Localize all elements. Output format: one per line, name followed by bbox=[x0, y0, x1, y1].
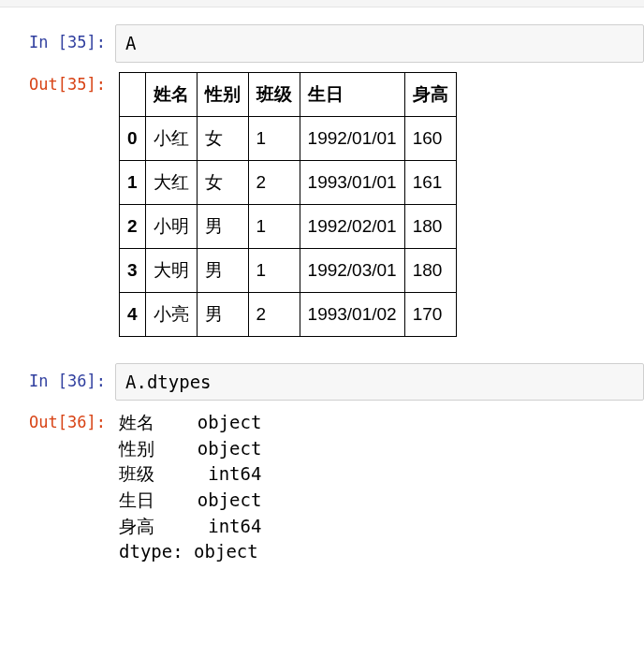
table-cell: 女 bbox=[197, 116, 248, 160]
table-cell: 大明 bbox=[145, 248, 197, 292]
table-row: 4小亮男21993/01/02170 bbox=[120, 292, 457, 336]
index-header bbox=[120, 72, 146, 116]
table-cell: 男 bbox=[197, 204, 248, 248]
row-index: 1 bbox=[120, 160, 146, 204]
table-cell: 1993/01/01 bbox=[300, 160, 404, 204]
dataframe-header-row: 姓名 性别 班级 生日 身高 bbox=[120, 72, 457, 116]
cell-2-output: Out[36]: 姓名 object 性别 object 班级 int64 生日… bbox=[0, 404, 644, 564]
table-cell: 2 bbox=[248, 292, 300, 336]
out-prompt-2: Out[36]: bbox=[0, 404, 115, 564]
cell-1-input: In [35]: A bbox=[0, 24, 644, 63]
table-cell: 1992/01/01 bbox=[300, 116, 404, 160]
table-row: 1大红女21993/01/01161 bbox=[120, 160, 457, 204]
row-index: 4 bbox=[120, 292, 146, 336]
in-prompt-2: In [36]: bbox=[0, 363, 115, 402]
row-index: 3 bbox=[120, 248, 146, 292]
table-cell: 小亮 bbox=[145, 292, 197, 336]
out-prompt-1: Out[35]: bbox=[0, 66, 115, 337]
table-cell: 女 bbox=[197, 160, 248, 204]
table-cell: 小明 bbox=[145, 204, 197, 248]
table-cell: 1992/02/01 bbox=[300, 204, 404, 248]
table-cell: 大红 bbox=[145, 160, 197, 204]
in-prompt-1: In [35]: bbox=[0, 24, 115, 63]
cell-2-input: In [36]: A.dtypes bbox=[0, 363, 644, 402]
table-row: 2小明男11992/02/01180 bbox=[120, 204, 457, 248]
output-area-1: 姓名 性别 班级 生日 身高 0小红女11992/01/011601大红女219… bbox=[115, 66, 644, 337]
table-cell: 1 bbox=[248, 248, 300, 292]
row-index: 2 bbox=[120, 204, 146, 248]
code-input-2[interactable]: A.dtypes bbox=[115, 363, 644, 402]
table-cell: 1 bbox=[248, 116, 300, 160]
table-cell: 1993/01/02 bbox=[300, 292, 404, 336]
dtypes-text: 姓名 object 性别 object 班级 int64 生日 object 身… bbox=[119, 410, 644, 564]
table-cell: 180 bbox=[404, 204, 456, 248]
col-header: 班级 bbox=[248, 72, 300, 116]
table-cell: 男 bbox=[197, 292, 248, 336]
table-row: 3大明男11992/03/01180 bbox=[120, 248, 457, 292]
col-header: 身高 bbox=[404, 72, 456, 116]
code-input-1[interactable]: A bbox=[115, 24, 644, 63]
table-cell: 161 bbox=[404, 160, 456, 204]
table-cell: 160 bbox=[404, 116, 456, 160]
output-area-2: 姓名 object 性别 object 班级 int64 生日 object 身… bbox=[115, 404, 644, 564]
table-cell: 180 bbox=[404, 248, 456, 292]
table-cell: 小红 bbox=[145, 116, 197, 160]
row-index: 0 bbox=[120, 116, 146, 160]
col-header: 生日 bbox=[300, 72, 404, 116]
col-header: 性别 bbox=[197, 72, 248, 116]
table-row: 0小红女11992/01/01160 bbox=[120, 116, 457, 160]
table-cell: 2 bbox=[248, 160, 300, 204]
table-cell: 170 bbox=[404, 292, 456, 336]
table-cell: 1 bbox=[248, 204, 300, 248]
col-header: 姓名 bbox=[145, 72, 197, 116]
window-top-bar bbox=[0, 0, 644, 7]
cell-1-output: Out[35]: 姓名 性别 班级 生日 身高 0小红女11992/01/011… bbox=[0, 66, 644, 337]
table-cell: 1992/03/01 bbox=[300, 248, 404, 292]
dataframe-table: 姓名 性别 班级 生日 身高 0小红女11992/01/011601大红女219… bbox=[119, 72, 457, 337]
table-cell: 男 bbox=[197, 248, 248, 292]
